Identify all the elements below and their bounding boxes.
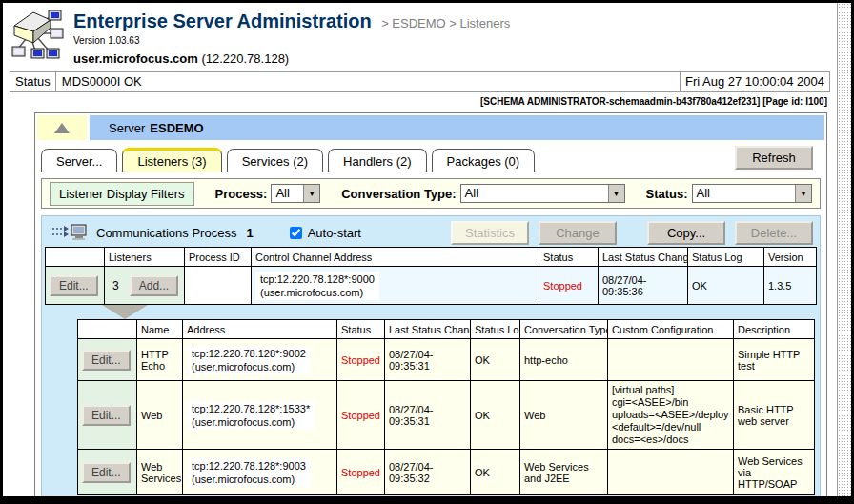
host-ip: (12.220.78.128) xyxy=(201,51,289,66)
col-name: Name xyxy=(137,320,183,339)
process-number: 1 xyxy=(246,226,253,240)
version-value: 1.3.5 xyxy=(764,267,817,305)
status-bar: Status MDS0000I OK Fri Aug 27 10:00:04 2… xyxy=(10,71,830,92)
communications-process-icon xyxy=(52,224,89,241)
last-status-change-value: 08/27/04-09:35:36 xyxy=(599,267,688,305)
listener-name: Web xyxy=(137,381,183,450)
page-title: Enterprise Server Administration xyxy=(73,10,372,31)
conversation-type-value: Web Services and J2EE xyxy=(520,450,608,495)
custom-configuration-value xyxy=(608,339,734,381)
server-name: ESDEMO xyxy=(150,121,203,135)
app-window: Enterprise Server Administration > ESDEM… xyxy=(0,0,854,504)
chevron-down-icon: ▼ xyxy=(303,185,319,202)
listener-address: tcp:12.220.78.128*:1533* (user.microfocu… xyxy=(187,401,315,430)
col-status: Status xyxy=(539,248,599,267)
chevron-down-icon: ▼ xyxy=(608,185,624,202)
delete-button[interactable]: Delete... xyxy=(735,221,813,245)
change-button[interactable]: Change xyxy=(539,221,617,245)
server-panel-header: Server ESDEMO xyxy=(37,115,824,140)
process-table-corner xyxy=(46,248,105,267)
col-status-log: Status Log xyxy=(688,248,764,267)
tab-bar: Server... Listeners (3) Services (2) Han… xyxy=(37,140,824,172)
last-status-change-value: 08/27/04-09:35:31 xyxy=(385,381,471,450)
page-edge-texture xyxy=(837,3,851,496)
chevron-down-icon: ▼ xyxy=(795,185,811,202)
status-log-value: OK xyxy=(471,450,520,495)
status-datetime: Fri Aug 27 10:00:04 2004 xyxy=(680,72,829,91)
status-value: Stopped xyxy=(539,267,599,305)
process-title: Communications Process xyxy=(96,226,236,240)
listener-table-corner xyxy=(78,320,137,339)
custom-configuration-value: [virtual paths] cgi=<ASEE>/bin uploads=<… xyxy=(608,381,734,450)
process-filter-label: Process: xyxy=(215,187,268,201)
table-row: Edit... Web Services tcp:12.220.78.128*:… xyxy=(78,450,815,495)
host-name: user.microfocus.com xyxy=(73,51,198,66)
status-log-value: OK xyxy=(688,267,764,305)
description-value: Simple HTTP test xyxy=(734,339,815,381)
status-message: MDS0000I OK xyxy=(56,72,680,91)
status-value: Stopped xyxy=(337,339,385,381)
server-panel: Server ESDEMO Server... Listeners (3) Se… xyxy=(34,112,827,496)
refresh-button[interactable]: Refresh xyxy=(735,146,813,170)
col-version: Version xyxy=(764,248,817,267)
expand-arrow-icon xyxy=(102,305,148,319)
conversation-type-value: Web xyxy=(520,381,608,450)
process-id-value xyxy=(185,267,252,305)
server-label: Server xyxy=(109,121,145,135)
table-row: Edit... HTTP Echo tcp:12.220.78.128*:900… xyxy=(78,339,815,381)
collapse-button[interactable] xyxy=(37,115,87,140)
table-row: Edit... Web tcp:12.220.78.128*:1533* (us… xyxy=(78,381,815,450)
status-filter-label: Status: xyxy=(646,187,688,201)
col-status-log: Status Log xyxy=(471,320,520,339)
session-info: [SCHEMA ADMINISTRATOR-schemaadmin-b43f78… xyxy=(3,92,837,109)
status-log-value: OK xyxy=(471,339,520,381)
tab-services[interactable]: Services (2) xyxy=(227,149,323,172)
triangle-up-icon xyxy=(54,123,70,133)
listener-filter-bar: Listener Display Filters Process: All ▼ … xyxy=(41,178,821,209)
conversation-filter-select[interactable]: All ▼ xyxy=(460,184,625,203)
col-description: Description xyxy=(734,320,815,339)
col-last-status-change: Last Status Change xyxy=(385,320,471,339)
listener-name: Web Services xyxy=(137,450,183,495)
listener-address: tcp:12.220.78.128*:9002 (user.microfocus… xyxy=(187,346,311,374)
custom-configuration-value xyxy=(608,450,734,495)
autostart-label: Auto-start xyxy=(308,226,361,240)
autostart-checkbox[interactable] xyxy=(290,227,302,239)
tab-packages[interactable]: Packages (0) xyxy=(432,149,536,172)
tab-handlers[interactable]: Handlers (2) xyxy=(328,149,427,172)
table-row: Edit... 3 Add... tcp:12.220.78.128*:9000… xyxy=(46,267,817,305)
tab-listeners[interactable]: Listeners (3) xyxy=(122,148,221,172)
status-value: Stopped xyxy=(337,381,385,450)
col-custom-configuration: Custom Configuration xyxy=(608,320,734,339)
edit-listener-button[interactable]: Edit... xyxy=(82,350,131,371)
last-status-change-value: 08/27/04-09:35:31 xyxy=(385,339,471,381)
version-label: Version 1.03.63 xyxy=(73,35,510,46)
conversation-filter-label: Conversation Type: xyxy=(341,187,456,201)
process-filter-select[interactable]: All ▼ xyxy=(271,184,320,203)
description-value: Basic HTTP web server xyxy=(734,381,815,450)
listener-address: tcp:12.220.78.128*:9003 (user.microfocus… xyxy=(187,458,311,487)
process-table: Listeners Process ID Control Channel Add… xyxy=(45,247,817,305)
communications-process-section: Communications Process 1 Auto-start Stat… xyxy=(41,215,821,496)
status-filter-select[interactable]: All ▼ xyxy=(692,184,812,203)
tab-server[interactable]: Server... xyxy=(41,149,117,172)
status-log-value: OK xyxy=(471,381,520,450)
status-value: Stopped xyxy=(337,450,385,495)
control-channel-address: tcp:12.220.78.128*:9000 (user.microfocus… xyxy=(255,272,379,300)
conversation-type-value: http-echo xyxy=(520,339,608,381)
status-label: Status xyxy=(10,72,56,91)
page-header: Enterprise Server Administration > ESDEM… xyxy=(3,3,837,66)
add-listener-button[interactable]: Add... xyxy=(130,275,178,296)
col-last-status-change: Last Status Change xyxy=(599,248,688,267)
col-status: Status xyxy=(337,320,385,339)
col-conversation-type: Conversation Type xyxy=(520,320,608,339)
copy-button[interactable]: Copy... xyxy=(647,221,725,245)
listener-count: 3 xyxy=(112,279,119,292)
col-process-id: Process ID xyxy=(185,248,252,267)
edit-listener-button[interactable]: Edit... xyxy=(82,405,131,426)
col-listeners: Listeners xyxy=(105,248,185,267)
edit-process-button[interactable]: Edit... xyxy=(50,275,98,296)
col-control-channel-address: Control Channel Address xyxy=(252,248,539,267)
edit-listener-button[interactable]: Edit... xyxy=(82,462,131,483)
col-address: Address xyxy=(183,320,337,339)
